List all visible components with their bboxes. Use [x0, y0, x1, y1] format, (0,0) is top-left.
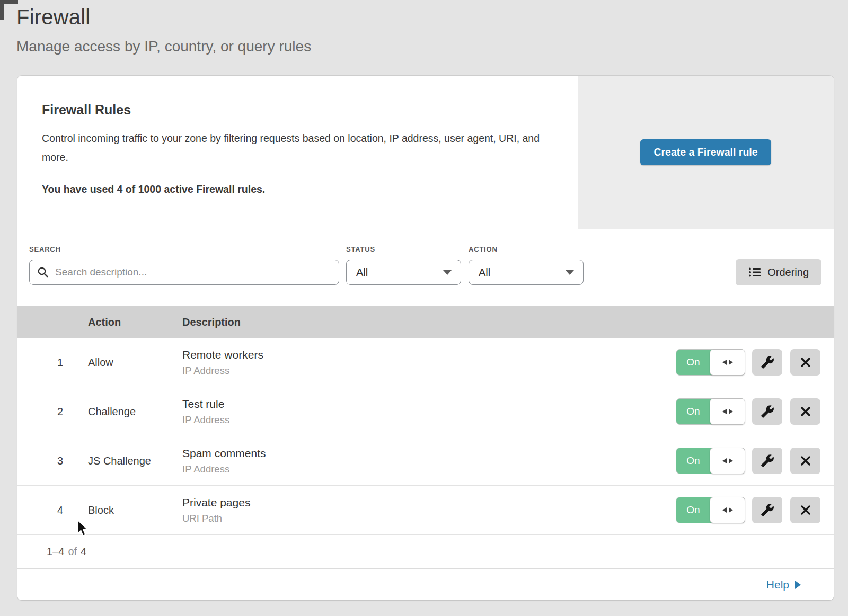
help-link-label: Help: [766, 578, 789, 591]
status-label: STATUS: [346, 245, 469, 253]
close-icon: [800, 356, 811, 368]
action-select[interactable]: All: [469, 260, 584, 285]
screenshot-edge-artifact: [0, 0, 18, 4]
action-label: ACTION: [469, 245, 591, 253]
close-icon: [800, 455, 811, 467]
rule-controls: On: [676, 398, 820, 425]
pagination-total: 4: [81, 546, 86, 558]
rule-description: Spam comments: [182, 447, 676, 460]
edit-rule-button[interactable]: [752, 398, 782, 425]
rule-priority: 4: [17, 504, 88, 516]
firewall-rules-card: Firewall Rules Control incoming traffic …: [17, 76, 834, 600]
rule-action: Allow: [88, 356, 182, 369]
ordering-wrap: Ordering: [736, 245, 822, 306]
rule-match-field: IP Address: [182, 365, 676, 377]
table-row: 3 JS Challenge Spam comments IP Address …: [17, 436, 834, 486]
ordered-list-icon: [748, 267, 761, 278]
edit-rule-button[interactable]: [752, 448, 782, 474]
rule-controls: On: [676, 448, 820, 474]
rule-description-cell: Private pages URI Path: [182, 496, 676, 524]
search-input[interactable]: [54, 266, 331, 279]
toggle-on-label: On: [676, 497, 710, 523]
rule-controls: On: [676, 349, 820, 376]
delete-rule-button[interactable]: [790, 349, 820, 376]
rule-priority: 3: [17, 455, 88, 467]
table-row: 2 Challenge Test rule IP Address On: [17, 387, 834, 436]
toggle-knob[interactable]: [710, 349, 745, 376]
delete-rule-button[interactable]: [790, 448, 820, 474]
overview-text-panel: Firewall Rules Control incoming traffic …: [17, 76, 578, 229]
search-icon: [37, 266, 49, 278]
create-rule-panel: Create a Firewall rule: [578, 76, 834, 229]
overview-description: Control incoming traffic to your zone by…: [42, 129, 545, 167]
overview-section: Firewall Rules Control incoming traffic …: [17, 76, 834, 229]
search-label: SEARCH: [29, 245, 346, 253]
status-filter-group: STATUS All: [346, 245, 469, 306]
edit-rule-button[interactable]: [752, 349, 782, 376]
rule-match-field: IP Address: [182, 414, 676, 426]
description-column-header: Description: [182, 316, 834, 328]
action-column-header: Action: [88, 316, 182, 328]
drag-arrows-icon: [722, 457, 734, 465]
wrench-icon: [761, 503, 774, 517]
chevron-right-icon: [795, 581, 801, 589]
rule-description: Private pages: [182, 496, 676, 509]
rule-enabled-toggle[interactable]: On: [676, 398, 745, 425]
ordering-button-label: Ordering: [767, 266, 809, 279]
table-header: Action Description: [17, 306, 834, 338]
pagination-range: 1–4: [47, 546, 64, 558]
rule-enabled-toggle[interactable]: On: [676, 497, 745, 523]
ordering-button[interactable]: Ordering: [736, 259, 822, 285]
rule-description: Remote workers: [182, 349, 676, 361]
rule-description: Test rule: [182, 398, 676, 410]
toggle-on-label: On: [676, 350, 710, 375]
drag-arrows-icon: [722, 408, 734, 415]
toggle-on-label: On: [676, 448, 710, 474]
pagination: 1–4 of 4: [17, 535, 834, 568]
rule-priority: 2: [17, 406, 88, 418]
drag-arrows-icon: [722, 359, 734, 366]
action-selected-value: All: [479, 266, 490, 279]
wrench-icon: [761, 355, 774, 369]
toggle-knob[interactable]: [710, 448, 745, 474]
page-subtitle: Manage access by IP, country, or query r…: [16, 38, 848, 55]
table-row: 4 Block Private pages URI Path On: [17, 486, 834, 535]
close-icon: [800, 504, 811, 516]
create-firewall-rule-button[interactable]: Create a Firewall rule: [640, 139, 771, 165]
usage-note: You have used 4 of 1000 active Firewall …: [42, 183, 546, 195]
rule-action: Block: [88, 504, 182, 516]
status-selected-value: All: [356, 266, 368, 279]
rule-enabled-toggle[interactable]: On: [676, 448, 745, 474]
rule-match-field: IP Address: [182, 463, 676, 475]
action-filter-group: ACTION All: [469, 245, 591, 306]
toggle-on-label: On: [676, 399, 710, 424]
status-select[interactable]: All: [346, 260, 461, 285]
search-filter-group: SEARCH: [29, 245, 346, 306]
drag-arrows-icon: [722, 506, 734, 514]
edit-rule-button[interactable]: [752, 497, 782, 523]
toggle-knob[interactable]: [710, 497, 745, 523]
rule-action: Challenge: [88, 406, 182, 418]
filters-bar: SEARCH STATUS All ACTION All: [17, 229, 834, 306]
rule-enabled-toggle[interactable]: On: [676, 349, 745, 376]
table-row: 1 Allow Remote workers IP Address On: [17, 338, 834, 387]
rule-priority: 1: [17, 356, 88, 369]
rule-match-field: URI Path: [182, 513, 676, 524]
rule-description-cell: Spam comments IP Address: [182, 447, 676, 475]
help-link[interactable]: Help: [766, 578, 801, 591]
delete-rule-button[interactable]: [790, 497, 820, 523]
rule-action: JS Challenge: [88, 455, 182, 467]
chevron-down-icon: [566, 270, 574, 275]
wrench-icon: [761, 454, 774, 468]
page-header: Firewall Manage access by IP, country, o…: [0, 0, 848, 55]
wrench-icon: [761, 405, 774, 418]
search-box[interactable]: [29, 260, 339, 285]
delete-rule-button[interactable]: [790, 398, 820, 425]
rule-description-cell: Remote workers IP Address: [182, 349, 676, 377]
page-title: Firewall: [16, 5, 848, 29]
pagination-of: of: [68, 546, 77, 558]
close-icon: [800, 406, 811, 417]
rule-controls: On: [676, 497, 820, 523]
toggle-knob[interactable]: [710, 398, 745, 425]
rule-description-cell: Test rule IP Address: [182, 398, 676, 426]
